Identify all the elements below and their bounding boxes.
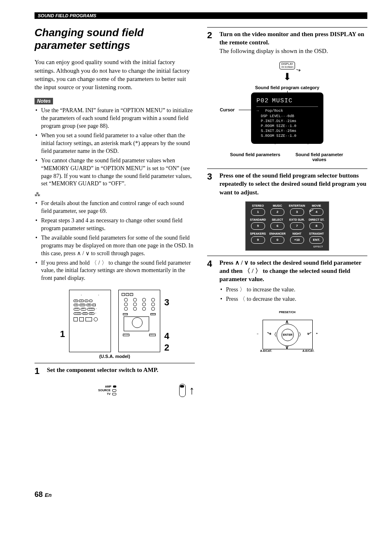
grid-label: STRAIGHT	[307, 232, 325, 235]
osd-category-label: Sound field program category	[226, 85, 349, 90]
step-1: 1 Set the component selector switch to A…	[35, 363, 195, 376]
step-number: 1	[35, 366, 47, 376]
grid-label: SELECT	[268, 218, 286, 221]
display-btn-line2: ON SCREEN	[281, 66, 293, 68]
down-arrow-icon: ⬇	[226, 71, 349, 83]
tip-item: The available sound field parameters for…	[41, 234, 195, 258]
grid-btn: 7	[290, 222, 304, 230]
osd-screen: P02 MUSIC → Pop/Rock DSP LEVEL···0dB P.I…	[251, 92, 323, 144]
left-column: Changing sound field parameter settings …	[35, 23, 195, 400]
step-text: Set the component selector switch to AMP…	[47, 367, 158, 373]
up-arrow-icon: ↑	[189, 385, 195, 396]
display-btn-line1: DISPLAY	[281, 62, 293, 65]
grid-btn: 8	[309, 222, 323, 230]
grid-btn: +10	[290, 236, 304, 244]
grid-btn: 3	[290, 208, 304, 216]
step-2: 2 Turn on the video monitor and then pre…	[207, 27, 367, 55]
tip-item: For details about the function and contr…	[41, 200, 195, 215]
enter-button: ENTER	[281, 329, 294, 341]
up-chevron-icon: ∧	[285, 319, 289, 325]
down-chevron-icon: ∨	[285, 344, 289, 350]
effect-label: EFFECT	[248, 245, 326, 248]
notes-label: Notes	[35, 98, 53, 104]
step-3: 3 Press one of the sound field program s…	[207, 169, 367, 196]
tips-list: For details about the function and contr…	[35, 200, 195, 282]
right-column: 2 Turn on the video monitor and then pre…	[207, 23, 367, 400]
minus-label: –	[257, 332, 258, 335]
grid-btn: 2	[270, 208, 284, 216]
amp-switch-figure: AMP SOURCE TV ↑	[35, 381, 195, 400]
grid-btn: 1	[251, 208, 265, 216]
step-text-body: The following display is shown in the OS…	[219, 47, 367, 55]
grid-btn: 5	[251, 222, 265, 230]
grid-label: NIGHT	[288, 232, 306, 235]
osd-p02: P02	[256, 97, 269, 105]
program-button-grid: STEREO MUSIC ENTERTAIN MOVIE 1 2 3 4 STA…	[245, 201, 329, 251]
grid-label: SPEAKERS	[249, 232, 267, 235]
grid-btn: 0	[270, 236, 284, 244]
callout-4: 4	[164, 331, 169, 342]
grid-label: ENTERTAIN	[288, 204, 306, 207]
header-band: SOUND FIELD PROGRAMS	[35, 12, 367, 19]
grid-btn: 6	[270, 222, 284, 230]
step-number: 4	[207, 259, 219, 269]
tv-label: TV	[107, 392, 111, 395]
step-text-bold: Turn on the video monitor and then press…	[219, 30, 367, 47]
grid-btn: ENT.	[309, 236, 323, 244]
aecat-label-left: A-E/CAT.	[260, 349, 272, 352]
osd-lines: → Pop/Rock DSP LEVEL···0dB P.INIT.DLY··2…	[256, 108, 318, 138]
right-chevron-icon: 〉	[299, 331, 304, 338]
step-text-bold: Press ∧ / ∨ to select the desired sound …	[219, 259, 367, 284]
nav-pad-figure: PRESET/CH ENTER ∧ ∨ 〈 〉 – + A-E/CAT. A-E…	[258, 311, 316, 356]
step-4: 4 Press ∧ / ∨ to select the desired soun…	[207, 256, 367, 307]
display-button-icon: DISPLAY ON SCREEN	[279, 62, 295, 69]
grid-btn: 9	[251, 236, 265, 244]
grid-label: ENHANCER	[268, 232, 286, 235]
step-number: 2	[207, 30, 219, 41]
switch-slot	[179, 384, 186, 397]
note-item: When you set a sound field parameter to …	[41, 132, 195, 155]
callout-3: 3	[164, 297, 169, 308]
step-text: Press one of the sound field program sel…	[219, 172, 366, 196]
tip-item: If you press and hold 〈 / 〉 to change th…	[41, 259, 195, 283]
grid-label: DIRECT ST.	[307, 218, 325, 221]
source-label: SOURCE	[98, 389, 111, 392]
grid-label: MUSIC	[268, 204, 286, 207]
remote-right-illustration: 1 2 3	[118, 290, 160, 352]
tip-icon: ⁂	[35, 191, 195, 198]
step4-sub: Press 〉 to increase the value.	[226, 286, 367, 294]
remote-left-illustration: ○○ TV AV A + CD CD-R MD	[69, 290, 111, 352]
note-item: Use the “PARAM. INI” feature in “OPTION …	[41, 107, 195, 130]
tip-item: Repeat steps 3 and 4 as necessary to cha…	[41, 217, 195, 233]
grid-label: STEREO	[249, 204, 267, 207]
page-num-value: 68	[35, 490, 43, 499]
model-caption: (U.S.A. model)	[35, 354, 195, 359]
plus-label: +	[316, 332, 318, 335]
callout-2: 2	[164, 342, 169, 353]
aecat-label-right: A-E/CAT.	[302, 349, 314, 352]
step4-sub: Press 〈 to decrease the value.	[226, 295, 367, 303]
step-number: 3	[207, 171, 219, 182]
notes-list: Use the “PARAM. INI” feature in “OPTION …	[35, 107, 195, 188]
grid-label: EXTD SUR.	[288, 218, 306, 221]
preset-label: PRESET/CH	[258, 311, 316, 314]
note-item: You cannot change the sound field parame…	[41, 157, 195, 188]
osd-music: MUSIC	[272, 97, 293, 105]
grid-label: STANDARD	[249, 218, 267, 221]
osd-figure: DISPLAY ON SCREEN ↘ ⬇ Sound field progra…	[226, 62, 349, 162]
osd-param-label: Sound field parameters	[226, 152, 285, 162]
remote-figure: ○○ TV AV A + CD CD-R MD	[35, 290, 195, 352]
callout-1: 1	[60, 329, 65, 339]
osd-value-label: Sound field parameter values	[290, 152, 349, 162]
page-number: 68 En	[35, 490, 367, 499]
intro-paragraph: You can enjoy good quality sound with th…	[35, 58, 195, 91]
section-title: Changing sound field parameter settings	[35, 26, 195, 52]
cursor-label: Cursor	[220, 107, 235, 112]
page-suffix: En	[45, 492, 52, 498]
amp-label: AMP	[105, 385, 111, 388]
